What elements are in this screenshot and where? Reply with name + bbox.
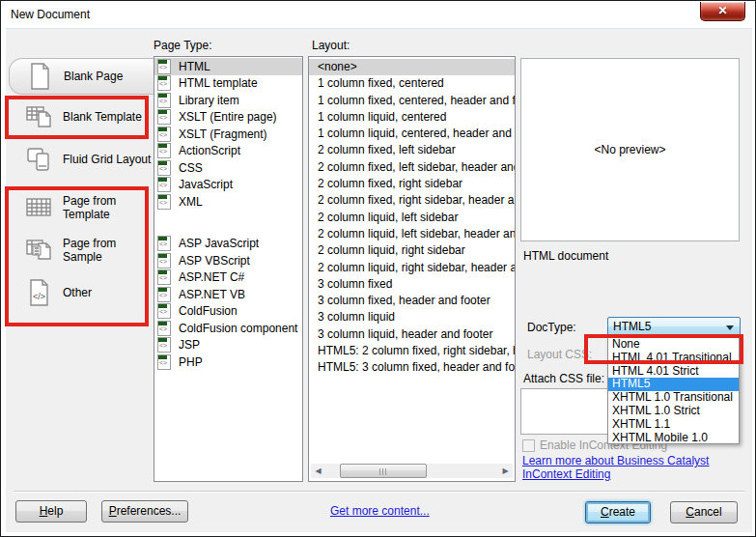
page-type-item[interactable]: ASP JavaScript <box>154 236 302 253</box>
doctype-option[interactable]: XHTML 1.0 Transitional <box>608 391 739 405</box>
preferences-button[interactable]: Preferences... <box>101 500 188 523</box>
sidebar-item-label: Blank Page <box>64 70 123 83</box>
layout-item[interactable]: 3 column liquid <box>309 309 515 325</box>
code-file-icon <box>157 93 171 108</box>
code-file-icon <box>157 321 171 336</box>
layout-item[interactable]: 2 column liquid, right sidebar <box>309 242 515 259</box>
code-file-icon <box>157 109 171 125</box>
page-type-item[interactable]: ColdFusion <box>154 303 302 321</box>
layout-item[interactable]: 2 column liquid, left sidebar, header an… <box>309 226 515 242</box>
layout-horizontal-scrollbar[interactable]: ◀ ▶ <box>311 464 513 478</box>
help-button[interactable]: Help <box>15 500 87 523</box>
attach-css-label: Attach CSS file: <box>523 372 604 385</box>
fluid-grid-layout-icon <box>22 143 55 176</box>
doctype-value: HTML5 <box>613 320 651 333</box>
layout-item[interactable]: HTML5: 2 column fixed, right sidebar, he… <box>309 343 515 359</box>
title-bar: New Document ✕ <box>1 1 756 28</box>
window-title: New Document <box>11 8 90 21</box>
layout-item[interactable]: 1 column fixed, centered, header and foo… <box>309 93 515 109</box>
layout-item[interactable]: 2 column fixed, right sidebar, header an… <box>309 192 515 209</box>
page-type-item[interactable]: ASP.NET VB <box>154 286 302 303</box>
code-file-icon <box>157 59 171 74</box>
scrollbar-thumb[interactable] <box>340 464 427 478</box>
doctype-option-selected[interactable]: HTML5 <box>608 378 739 391</box>
code-file-icon <box>157 287 171 302</box>
layout-item[interactable]: 2 column fixed, left sidebar, header and… <box>309 159 515 176</box>
create-button[interactable]: Create <box>585 501 651 523</box>
scroll-left-arrow-icon[interactable]: ◀ <box>311 464 325 478</box>
close-button[interactable]: ✕ <box>700 2 745 21</box>
page-type-item[interactable]: HTML template <box>154 75 302 93</box>
layout-item[interactable]: 2 column fixed, right sidebar <box>309 176 515 192</box>
doctype-label: DocType: <box>527 321 576 334</box>
page-type-separator <box>154 211 302 236</box>
doctype-option[interactable]: XHTML 1.0 Strict <box>608 405 739 418</box>
layout-item[interactable]: 1 column liquid, centered <box>309 109 515 126</box>
layout-item[interactable]: 3 column fixed, header and footer <box>309 293 515 309</box>
layout-item[interactable]: 1 column fixed, centered <box>309 75 515 92</box>
layout-item[interactable]: 2 column fixed, left sidebar <box>309 142 515 158</box>
sidebar-item-blank-page[interactable]: Blank Page <box>9 58 154 95</box>
doctype-option[interactable]: XHTML Mobile 1.0 <box>608 432 739 445</box>
cancel-button[interactable]: Cancel <box>670 501 738 523</box>
close-icon: ✕ <box>717 4 727 17</box>
document-description: HTML document <box>523 249 608 263</box>
page-type-label: Page Type: <box>154 39 212 52</box>
doctype-option[interactable]: XHTML 1.1 <box>608 418 739 432</box>
sidebar-item-label: Page from Sample <box>63 237 154 264</box>
layout-item[interactable]: 1 column liquid, centered, header and fo… <box>309 126 515 142</box>
page-type-item[interactable]: XSLT (Fragment) <box>154 126 302 143</box>
get-more-content-link[interactable]: Get more content... <box>330 504 430 518</box>
page-type-item[interactable]: ASP VBScript <box>154 252 302 269</box>
page-type-item[interactable]: JavaScript <box>154 177 302 194</box>
layout-item[interactable]: 3 column fixed <box>309 276 515 293</box>
doctype-option[interactable]: HTML 4.01 Transitional <box>608 352 739 365</box>
footer-divider <box>14 491 744 493</box>
layout-item[interactable]: 2 column liquid, right sidebar, header a… <box>309 260 515 276</box>
layout-label: Layout: <box>312 39 350 52</box>
layout-item[interactable]: 2 column liquid, left sidebar <box>309 210 515 226</box>
page-type-item[interactable]: JSP <box>154 337 302 354</box>
doctype-option[interactable]: HTML 4.01 Strict <box>608 365 739 379</box>
page-type-item[interactable]: HTML <box>154 58 302 75</box>
page-type-item[interactable]: ActionScript <box>154 143 302 160</box>
sidebar-item-blank-template[interactable]: Blank Template <box>9 99 154 135</box>
code-file-icon <box>157 303 171 319</box>
page-from-sample-icon <box>22 234 55 267</box>
layout-item[interactable]: <none> <box>309 59 515 75</box>
page-type-item[interactable]: Library item <box>154 92 302 109</box>
preview-pane: <No preview> <box>520 58 740 241</box>
scroll-right-arrow-icon[interactable]: ▶ <box>498 464 513 478</box>
page-from-template-icon <box>22 191 55 224</box>
scrollbar-track[interactable] <box>325 464 498 478</box>
sidebar-item-page-from-template[interactable]: Page from Template <box>9 189 154 226</box>
code-file-icon <box>157 194 171 210</box>
layout-item[interactable]: HTML5: 3 column fixed, header and footer <box>309 359 515 376</box>
sidebar-item-label: Blank Template <box>63 110 142 124</box>
business-catalyst-link[interactable]: Learn more about Business Catalyst InCon… <box>522 454 725 481</box>
sidebar-item-fluid-grid-layout[interactable]: Fluid Grid Layout <box>9 141 154 178</box>
doctype-option-none[interactable]: None <box>608 338 739 352</box>
sidebar-item-label: Other <box>63 286 92 299</box>
code-file-icon <box>157 143 171 158</box>
blank-page-icon <box>23 60 56 93</box>
sidebar-item-label: Fluid Grid Layout <box>63 153 151 166</box>
sidebar-item-label: Page from Template <box>63 194 154 221</box>
page-type-item[interactable]: PHP <box>154 353 302 371</box>
enable-incontext-checkbox[interactable] <box>522 439 535 452</box>
page-type-item[interactable]: XML <box>154 193 302 211</box>
doctype-dropdown[interactable]: HTML5 <box>607 317 741 337</box>
page-type-listbox: HTML HTML template Library item XSLT (En… <box>154 56 303 482</box>
code-file-icon <box>157 269 171 285</box>
page-type-item[interactable]: ColdFusion component <box>154 320 302 337</box>
sidebar-item-other[interactable]: </> Other <box>9 274 154 311</box>
code-file-icon <box>157 75 171 91</box>
page-type-item[interactable]: XSLT (Entire page) <box>154 109 302 127</box>
code-file-icon <box>157 127 171 142</box>
layout-item[interactable]: 3 column liquid, header and footer <box>309 326 515 343</box>
code-file-icon <box>157 253 171 268</box>
sidebar-item-page-from-sample[interactable]: Page from Sample <box>9 232 154 268</box>
code-file-icon <box>157 337 171 353</box>
page-type-item[interactable]: ASP.NET C# <box>154 269 302 287</box>
page-type-item[interactable]: CSS <box>154 159 302 177</box>
